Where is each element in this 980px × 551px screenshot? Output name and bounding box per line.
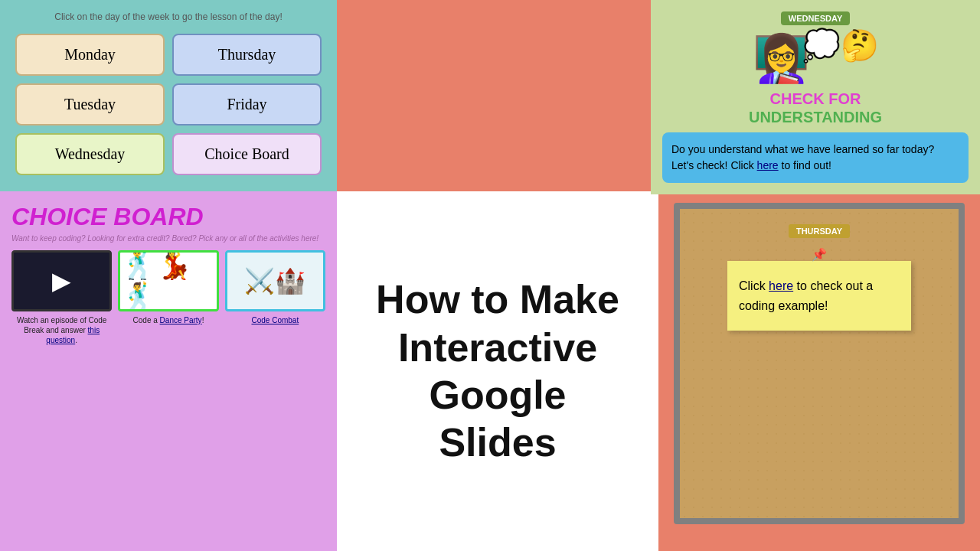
bottom-right-panel: How to Make Interactive Google Slides TH…: [337, 191, 980, 551]
sticky-note: Click here to check out a coding example…: [727, 261, 911, 331]
main-title-line1: How to Make: [376, 277, 619, 321]
choice-link-2[interactable]: Dance Party: [160, 316, 202, 324]
teacher-avatar-area: 👩‍🏫 💭🤔: [753, 31, 879, 86]
understanding-word: UNDERSTANDING: [749, 109, 882, 126]
choice-item-1: ▶ Watch an episode of Code Break and ans…: [11, 250, 112, 345]
check-body-after: to find out!: [779, 159, 831, 171]
choice-link-3[interactable]: Code Combat: [251, 316, 299, 324]
wednesday-button[interactable]: Wednesday: [15, 133, 165, 175]
choice-icon-1: ▶: [52, 266, 71, 295]
choice-board-title: CHOICE BOARD: [11, 203, 325, 231]
main-title-line2: Interactive Google: [398, 325, 597, 417]
sticky-text-before: Click: [739, 279, 769, 292]
tuesday-button[interactable]: Tuesday: [15, 83, 165, 126]
nav-grid: Monday Thursday Tuesday Friday Wednesday…: [15, 34, 322, 175]
choice-desc-2: Code a Dance Party!: [133, 315, 204, 325]
choiceboard-button[interactable]: Choice Board: [172, 133, 322, 175]
check-link[interactable]: here: [757, 159, 779, 171]
title-area: How to Make Interactive Google Slides: [337, 191, 658, 551]
choice-thumb-2: 🕺💃🕺: [118, 250, 218, 311]
friday-button[interactable]: Friday: [172, 83, 322, 126]
bulletin-board: THURSDAY 📌 Click here to check out a cod…: [674, 203, 965, 524]
choice-text-1-after: .: [75, 336, 77, 344]
pushpin: 📌: [812, 247, 827, 262]
main-title-line3: Slides: [439, 420, 556, 465]
check-title: CHECK FOR UNDERSTANDING: [749, 90, 882, 126]
monday-button[interactable]: Monday: [15, 34, 165, 76]
choice-desc-1: Watch an episode of Code Break and answe…: [11, 315, 112, 345]
main-container: Click on the day of the week to go the l…: [0, 0, 980, 551]
coral-center: [337, 0, 651, 194]
choice-item-2: 🕺💃🕺 Code a Dance Party!: [118, 250, 218, 345]
choice-icon-3: ⚔️🏰: [244, 266, 305, 295]
teacher-emoji: 👩‍🏫: [753, 31, 810, 86]
main-title: How to Make Interactive Google Slides: [360, 276, 635, 467]
top-right-panel: WEDNESDAY 👩‍🏫 💭🤔 CHECK FOR UNDERSTANDING…: [337, 0, 980, 191]
sticky-link[interactable]: here: [769, 279, 793, 292]
choice-board-panel: CHOICE BOARD Want to keep coding? Lookin…: [0, 191, 337, 551]
choice-desc-3: Code Combat: [251, 315, 299, 325]
check-word: CHECK FOR: [770, 90, 861, 107]
choice-thumb-3: ⚔️🏰: [225, 250, 325, 311]
nav-panel: Click on the day of the week to go the l…: [0, 0, 337, 191]
thursday-tag: THURSDAY: [789, 224, 850, 238]
choice-thumb-1: ▶: [11, 250, 112, 311]
choice-board-subtitle: Want to keep coding? Looking for extra c…: [11, 234, 325, 243]
check-box: Do you understand what we have learned s…: [662, 132, 969, 183]
wednesday-tag: WEDNESDAY: [781, 11, 851, 25]
check-panel: WEDNESDAY 👩‍🏫 💭🤔 CHECK FOR UNDERSTANDING…: [651, 0, 980, 194]
nav-instruction: Click on the day of the week to go the l…: [54, 11, 283, 22]
thought-bubble: 💭🤔: [802, 28, 879, 64]
thursday-button[interactable]: Thursday: [172, 34, 322, 76]
choice-text-2-after: !: [202, 316, 204, 324]
choice-text-2-before: Code a: [133, 316, 160, 324]
bulletin-area: THURSDAY 📌 Click here to check out a cod…: [658, 191, 980, 551]
choice-item-3: ⚔️🏰 Code Combat: [225, 250, 325, 345]
choice-icon-2: 🕺💃🕺: [120, 250, 216, 311]
choice-items: ▶ Watch an episode of Code Break and ans…: [11, 250, 325, 345]
